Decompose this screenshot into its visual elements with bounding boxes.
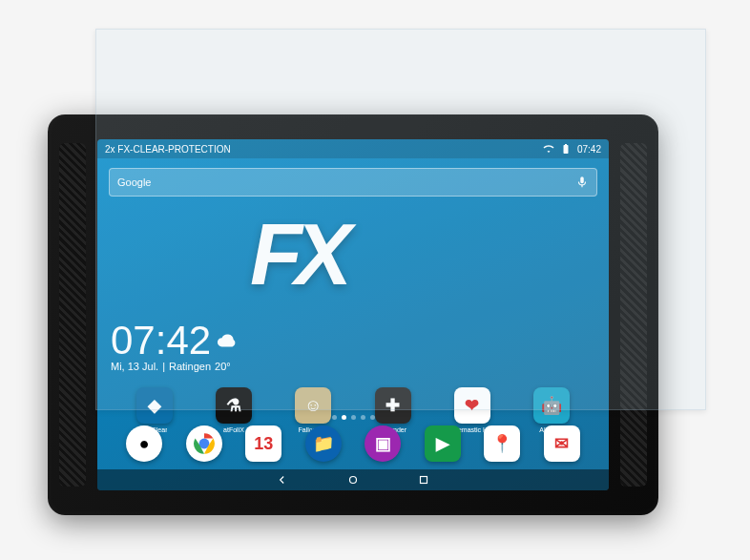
app-●[interactable]: ● (121, 425, 167, 462)
clock-date: Mi, 13 Jul. (111, 361, 158, 372)
app-▶[interactable]: ▶ (420, 425, 466, 462)
app-◉[interactable] (181, 425, 227, 462)
app-icon: ▶ (425, 425, 461, 462)
search-bar[interactable]: Google (109, 168, 597, 197)
app-icon: 13 (245, 425, 281, 462)
tablet-screen: 2x FX-CLEAR-PROTECTION 07:42 Google FX (97, 139, 609, 490)
weather-icon (217, 330, 238, 351)
svg-point-2 (350, 477, 357, 484)
clock-widget[interactable]: 07:42 Mi, 13 Jul. | Ratingen 20° (111, 321, 238, 372)
back-icon[interactable] (276, 473, 289, 487)
page-indicator (97, 415, 609, 420)
wifi-icon (543, 143, 554, 155)
app-▣[interactable]: ▣ (360, 425, 406, 462)
speaker-grille-left (59, 143, 86, 487)
clock-time: 07:42 (111, 321, 211, 361)
app-📍[interactable]: 📍 (479, 425, 525, 462)
clock-location: Ratingen (169, 361, 211, 372)
status-time: 07:42 (577, 144, 601, 155)
app-icon: ✉ (544, 425, 580, 462)
fx-logo: FX (250, 206, 344, 304)
svg-rect-3 (421, 477, 427, 484)
app-13[interactable]: 13 (240, 425, 286, 462)
status-bar: 2x FX-CLEAR-PROTECTION 07:42 (97, 139, 609, 158)
mic-icon[interactable] (575, 176, 589, 189)
tablet-frame: 2x FX-CLEAR-PROTECTION 07:42 Google FX (48, 114, 658, 515)
search-label: Google (117, 176, 151, 188)
overlay-label: 2x FX-CLEAR-PROTECTION (105, 144, 231, 155)
app-icon: 📍 (484, 425, 520, 462)
app-📁[interactable]: 📁 (301, 425, 346, 462)
home-icon[interactable] (346, 473, 360, 487)
clock-temp: 20° (215, 361, 231, 372)
app-icon: ● (126, 425, 162, 462)
nav-bar (97, 469, 609, 490)
dock: ●13📁▣▶📍✉ (97, 425, 609, 462)
speaker-grille-right (620, 143, 647, 487)
app-icon: ▣ (365, 425, 401, 462)
app-✉[interactable]: ✉ (539, 425, 585, 462)
battery-icon (560, 143, 572, 155)
app-icon (186, 425, 222, 462)
app-icon: 📁 (305, 425, 342, 462)
recent-icon[interactable] (417, 473, 430, 487)
